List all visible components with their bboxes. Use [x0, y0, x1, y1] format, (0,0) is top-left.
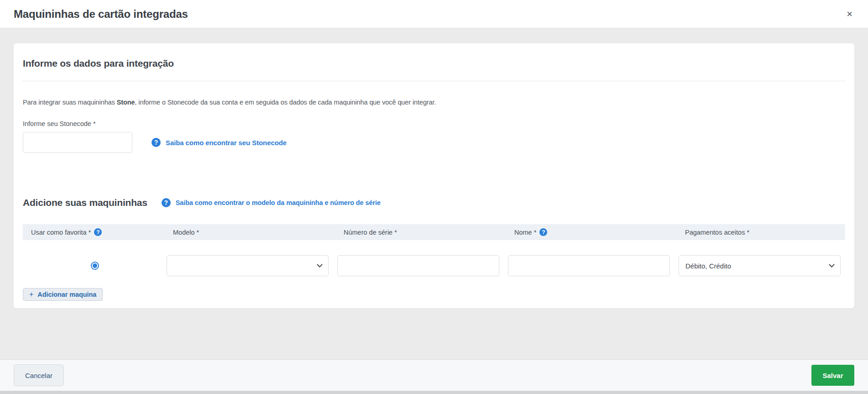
column-header-label: Número de série *: [344, 229, 397, 236]
description-suffix: , informe o Stonecode da sua conta e em …: [135, 99, 436, 106]
favorite-cell: [23, 262, 167, 270]
stonecode-help-link[interactable]: Saiba como encontrar seu Stonecode: [166, 139, 287, 147]
column-header-modelo: Modelo *: [167, 229, 337, 236]
description-brand: Stone: [117, 99, 135, 106]
column-header-label: Modelo *: [173, 229, 199, 236]
column-header-favorita: Usar como favorita * ?: [23, 228, 167, 236]
machines-help-link[interactable]: Saiba como encontrar o modelo da maquini…: [176, 199, 381, 206]
help-icon[interactable]: ?: [152, 138, 161, 147]
modelo-select[interactable]: [167, 255, 329, 276]
stonecode-row: ? Saiba como encontrar seu Stonecode: [23, 132, 845, 153]
favorite-radio[interactable]: [91, 262, 99, 270]
modelo-cell: [167, 255, 337, 276]
machines-table-header: Usar como favorita * ? Modelo * Número d…: [23, 224, 845, 240]
machine-row: Débito, Crédito: [23, 240, 845, 283]
help-icon[interactable]: ?: [162, 198, 171, 207]
numero-serie-input[interactable]: [337, 255, 499, 276]
cancel-button[interactable]: Cancelar: [14, 364, 64, 386]
machines-section-title: Adicione suas maquininhas: [23, 197, 147, 208]
stonecode-help: ? Saiba como encontrar seu Stonecode: [152, 138, 287, 147]
column-header-label: Nome *: [514, 229, 536, 236]
help-icon[interactable]: ?: [94, 228, 102, 236]
machines-table: Usar como favorita * ? Modelo * Número d…: [23, 224, 845, 283]
save-button[interactable]: Salvar: [811, 365, 854, 386]
nome-cell: [508, 255, 679, 276]
stonecode-input[interactable]: [23, 132, 132, 153]
integration-card: Informe os dados para integração Para in…: [14, 43, 854, 308]
machines-section-head: Adicione suas maquininhas ? Saiba como e…: [23, 197, 845, 208]
window-bottom-edge: [0, 391, 868, 394]
pagamentos-cell: Débito, Crédito: [679, 255, 845, 276]
add-machine-button[interactable]: + Adicionar maquina: [23, 288, 103, 301]
modal-body: Informe os dados para integração Para in…: [0, 28, 868, 359]
page-title: Maquininhas de cartão integradas: [14, 8, 188, 21]
pagamentos-select-value: Débito, Crédito: [685, 262, 731, 270]
add-machine-label: Adicionar maquina: [37, 291, 96, 298]
integration-description: Para integrar suas maquininhas Stone, in…: [23, 99, 845, 106]
section-divider: [23, 81, 845, 81]
numero-serie-cell: [337, 255, 508, 276]
column-header-numero-serie: Número de série *: [337, 229, 508, 236]
description-prefix: Para integrar suas maquininhas: [23, 99, 117, 106]
help-icon[interactable]: ?: [539, 228, 547, 236]
integration-section-title: Informe os dados para integração: [23, 58, 845, 69]
favorite-radio-dot: [93, 263, 97, 268]
column-header-pagamentos: Pagamentos aceitos *: [679, 229, 845, 236]
close-icon[interactable]: ×: [847, 9, 852, 19]
nome-input[interactable]: [508, 255, 670, 276]
machines-help: ? Saiba como encontrar o modelo da maqui…: [162, 198, 381, 207]
modal-footer: Cancelar Salvar: [0, 359, 868, 391]
column-header-label: Usar como favorita *: [31, 229, 91, 236]
stonecode-label: Informe seu Stonecode *: [23, 120, 845, 127]
chevron-down-icon: [317, 262, 323, 268]
plus-icon: +: [29, 290, 33, 299]
pagamentos-select[interactable]: Débito, Crédito: [679, 255, 841, 276]
column-header-nome: Nome * ?: [508, 228, 679, 236]
modal-header: Maquininhas de cartão integradas ×: [0, 0, 868, 28]
column-header-label: Pagamentos aceitos *: [685, 229, 749, 236]
chevron-down-icon: [829, 262, 835, 268]
